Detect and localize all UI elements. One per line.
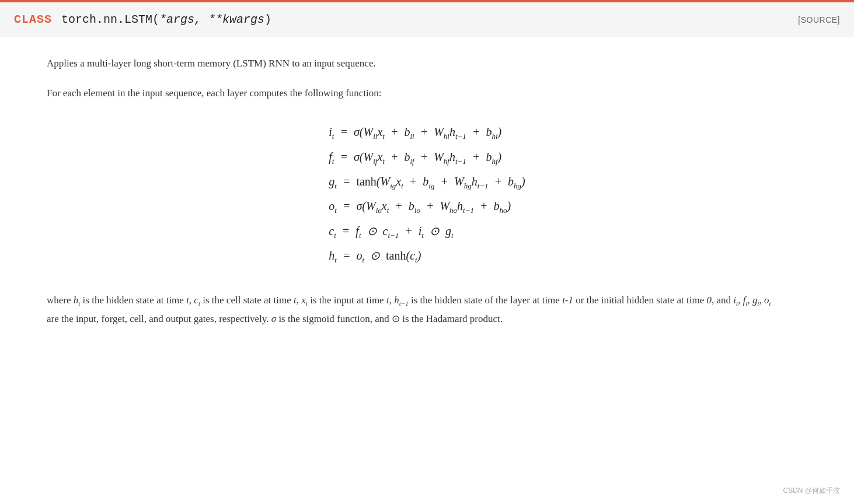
class-label: CLASS (14, 13, 52, 26)
equation-4: ot = σ(Wioxt + bio + Whoht−1 + bho) (329, 194, 525, 218)
equation-1: it = σ(Wiixt + bii + Whiht−1 + bhi) (329, 120, 525, 144)
main-content: Applies a multi-layer long short-term me… (0, 37, 854, 351)
description-text: Applies a multi-layer long short-term me… (47, 55, 807, 71)
equation-6: ht = ot ⊙ tanh(ct) (329, 243, 525, 268)
header-left: CLASS torch.nn.LSTM(*args, **kwargs) (14, 13, 271, 26)
equation-2: ft = σ(Wifxt + bif + Whfht−1 + bhf) (329, 145, 525, 169)
watermark: CSDN @何如千泫 (783, 486, 840, 496)
equation-5: ct = ft ⊙ ct−1 + it ⊙ gt (329, 219, 525, 243)
equations-block: it = σ(Wiixt + bii + Whiht−1 + bhi) ft =… (47, 120, 807, 268)
equations-inner: it = σ(Wiixt + bii + Whiht−1 + bhi) ft =… (329, 120, 525, 268)
explanation-paragraph: where ht is the hidden state at time t, … (47, 291, 782, 328)
class-signature: torch.nn.LSTM(*args, **kwargs) (61, 13, 271, 26)
equation-3: gt = tanh(Wigxt + big + Whght−1 + bhg) (329, 169, 525, 194)
formula-intro-text: For each element in the input sequence, … (47, 85, 807, 101)
source-link[interactable]: [SOURCE] (798, 15, 840, 24)
header-bar: CLASS torch.nn.LSTM(*args, **kwargs) [SO… (0, 0, 854, 37)
